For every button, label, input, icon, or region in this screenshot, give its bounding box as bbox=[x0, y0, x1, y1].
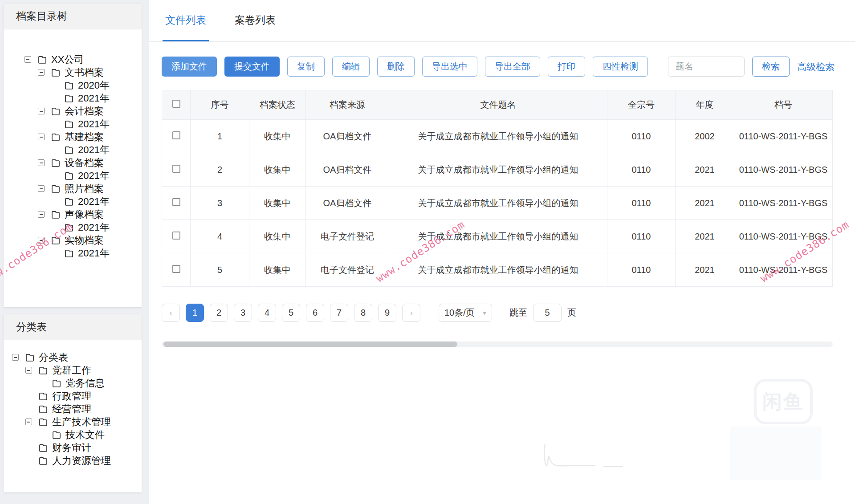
table-cell: 0110 bbox=[607, 253, 676, 287]
select-all-checkbox[interactable] bbox=[172, 100, 180, 108]
tree-item-设备档案[interactable]: 设备档案 bbox=[4, 156, 142, 169]
table-cell: 关于成立成都市就业工作领导小组的通知 bbox=[389, 120, 607, 153]
tree-item-行政管理[interactable]: 行政管理 bbox=[4, 390, 142, 402]
table-cell: 0110-WS·2011-Y-BGS bbox=[734, 220, 833, 253]
collapse-toggle-icon[interactable] bbox=[12, 354, 24, 361]
next-page-button[interactable]: › bbox=[402, 304, 420, 322]
tree-item-财务审计[interactable]: 财务审计 bbox=[4, 441, 142, 454]
page-button-4[interactable]: 4 bbox=[258, 304, 276, 322]
page-button-7[interactable]: 7 bbox=[330, 304, 348, 322]
export-all-button[interactable]: 导出全部 bbox=[485, 57, 540, 77]
column-header: 年度 bbox=[676, 90, 734, 120]
table-cell: 收集中 bbox=[249, 120, 306, 153]
tree-item-label: 2021年 bbox=[78, 247, 110, 260]
page-button-6[interactable]: 6 bbox=[306, 304, 324, 322]
chevron-right-icon: › bbox=[410, 308, 413, 318]
row-checkbox[interactable] bbox=[172, 265, 180, 273]
folder-icon bbox=[24, 352, 36, 363]
table-row[interactable]: 1收集中OA归档文件关于成立成都市就业工作领导小组的通知011020020110… bbox=[162, 120, 833, 153]
page-button-5[interactable]: 5 bbox=[282, 304, 300, 322]
jump-page-input[interactable] bbox=[533, 304, 562, 322]
tree-item-生产技术管理[interactable]: 生产技术管理 bbox=[4, 415, 142, 428]
row-checkbox[interactable] bbox=[172, 198, 180, 206]
collapse-toggle-icon[interactable] bbox=[25, 419, 37, 425]
tree-item-基建档案[interactable]: 基建档案 bbox=[4, 130, 142, 143]
submit-file-button[interactable]: 提交文件 bbox=[224, 57, 280, 77]
tree-item-XX公司[interactable]: XX公司 bbox=[4, 53, 142, 66]
tree-item-党务信息[interactable]: 党务信息 bbox=[4, 377, 142, 390]
collapse-toggle-icon[interactable] bbox=[24, 56, 37, 63]
tree-item-2021年[interactable]: 2021年 bbox=[4, 118, 142, 130]
collapse-toggle-icon[interactable] bbox=[38, 237, 50, 244]
page-button-8[interactable]: 8 bbox=[354, 304, 372, 322]
jump-to-label: 跳至 bbox=[509, 307, 527, 319]
table-cell: 关于成立成都市就业工作领导小组的通知 bbox=[389, 253, 607, 287]
prev-page-button[interactable]: ‹ bbox=[162, 304, 180, 322]
collapse-toggle-icon[interactable] bbox=[38, 134, 50, 140]
tree-item-分类表[interactable]: 分类表 bbox=[4, 351, 142, 364]
tree-item-技术文件[interactable]: 技术文件 bbox=[4, 428, 142, 441]
tab-volume-list[interactable]: 案卷列表 bbox=[232, 0, 278, 41]
tree-item-经营管理[interactable]: 经营管理 bbox=[4, 402, 142, 415]
row-checkbox[interactable] bbox=[172, 232, 180, 240]
row-checkbox[interactable] bbox=[172, 165, 180, 173]
tree-item-声像档案[interactable]: 声像档案 bbox=[4, 208, 142, 221]
table-cell: 2021 bbox=[676, 187, 734, 220]
tree-item-实物档案[interactable]: 实物档案 bbox=[4, 234, 142, 247]
add-file-button[interactable]: 添加文件 bbox=[162, 57, 217, 77]
page-button-9[interactable]: 9 bbox=[378, 304, 396, 322]
four-traits-check-button[interactable]: 四性检测 bbox=[593, 57, 648, 77]
delete-button[interactable]: 删除 bbox=[377, 57, 415, 77]
file-table-wrap: 序号 档案状态 档案来源 文件题名 全宗号 年度 档号 1收集中OA归档文件关于… bbox=[162, 90, 833, 287]
tree-item-2021年[interactable]: 2021年 bbox=[4, 169, 142, 182]
search-button[interactable]: 检索 bbox=[752, 57, 790, 77]
tree-item-2021年[interactable]: 2021年 bbox=[4, 195, 142, 208]
row-select-cell bbox=[162, 220, 191, 253]
page-size-select[interactable]: 10条/页 ▾ bbox=[439, 304, 492, 322]
table-cell: 0110-WS·2011-Y-BGS bbox=[734, 253, 833, 287]
collapse-toggle-icon[interactable] bbox=[25, 367, 37, 374]
collapse-toggle-icon[interactable] bbox=[38, 69, 50, 76]
tree-item-2021年[interactable]: 2021年 bbox=[4, 221, 142, 234]
print-button[interactable]: 打印 bbox=[548, 57, 585, 77]
tree-item-人力资源管理[interactable]: 人力资源管理 bbox=[4, 454, 142, 467]
collapse-toggle-icon[interactable] bbox=[38, 211, 50, 218]
folder-icon bbox=[50, 209, 62, 220]
column-header: 档号 bbox=[734, 90, 833, 120]
page-button-1[interactable]: 1 bbox=[186, 304, 204, 322]
tab-file-list[interactable]: 文件列表 bbox=[163, 0, 209, 41]
export-selected-button[interactable]: 导出选中 bbox=[422, 57, 477, 77]
row-checkbox[interactable] bbox=[172, 131, 180, 139]
horizontal-scrollbar-thumb[interactable] bbox=[163, 341, 457, 347]
table-row[interactable]: 5收集中电子文件登记关于成立成都市就业工作领导小组的通知011020210110… bbox=[162, 253, 833, 287]
tree-item-文书档案[interactable]: 文书档案 bbox=[4, 66, 142, 79]
table-header-row: 序号 档案状态 档案来源 文件题名 全宗号 年度 档号 bbox=[162, 90, 833, 120]
tree-item-label: 2021年 bbox=[78, 143, 110, 157]
tree-item-会计档案[interactable]: 会计档案 bbox=[4, 105, 142, 118]
collapse-toggle-icon[interactable] bbox=[38, 159, 50, 166]
horizontal-scrollbar-track[interactable] bbox=[162, 341, 833, 347]
tree-item-label: 技术文件 bbox=[65, 428, 105, 442]
table-row[interactable]: 2收集中OA归档文件关于成立成都市就业工作领导小组的通知011020210110… bbox=[162, 153, 833, 187]
copy-button[interactable]: 复制 bbox=[287, 57, 325, 77]
tree-item-2021年[interactable]: 2021年 bbox=[4, 247, 142, 260]
tree-item-党群工作[interactable]: 党群工作 bbox=[4, 364, 142, 377]
table-row[interactable]: 4收集中电子文件登记关于成立成都市就业工作领导小组的通知011020210110… bbox=[162, 220, 833, 253]
tree-item-2021年[interactable]: 2021年 bbox=[4, 92, 142, 105]
advanced-search-link[interactable]: 高级检索 bbox=[797, 61, 835, 73]
edit-button[interactable]: 编辑 bbox=[332, 57, 370, 77]
page-button-3[interactable]: 3 bbox=[234, 304, 252, 322]
folder-icon bbox=[63, 80, 75, 91]
table-row[interactable]: 3收集中OA归档文件关于成立成都市就业工作领导小组的通知011020210110… bbox=[162, 187, 833, 220]
folder-icon bbox=[63, 222, 75, 233]
page-button-2[interactable]: 2 bbox=[210, 304, 228, 322]
tree-item-2020年[interactable]: 2020年 bbox=[4, 79, 142, 92]
collapse-toggle-icon[interactable] bbox=[38, 185, 50, 192]
row-select-cell bbox=[162, 253, 191, 287]
search-box: 检索 高级检索 bbox=[668, 57, 835, 77]
collapse-toggle-icon[interactable] bbox=[38, 108, 50, 114]
table-cell: 电子文件登记 bbox=[306, 220, 389, 253]
tree-item-照片档案[interactable]: 照片档案 bbox=[4, 182, 142, 195]
title-search-input[interactable] bbox=[668, 57, 745, 77]
tree-item-2021年[interactable]: 2021年 bbox=[4, 143, 142, 156]
